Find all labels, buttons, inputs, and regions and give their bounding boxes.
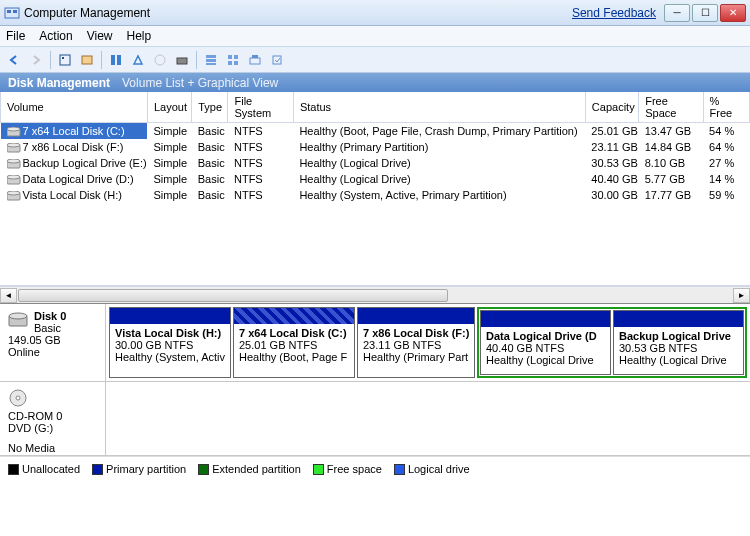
cell-layout: Simple — [147, 139, 191, 155]
close-button[interactable]: ✕ — [720, 4, 746, 22]
partition-bar — [358, 308, 474, 324]
cell-capacity: 25.01 GB — [585, 123, 638, 140]
toolbar-icon-7[interactable] — [201, 50, 221, 70]
partition-size: 25.01 GB NTFS — [239, 339, 349, 351]
volume-icon — [7, 159, 21, 169]
cell-volume: Vista Local Disk (H:) — [1, 187, 148, 203]
partition-size: 30.53 GB NTFS — [619, 342, 738, 354]
cell-fs: NTFS — [228, 155, 293, 171]
menu-action[interactable]: Action — [39, 29, 72, 43]
scroll-track[interactable] — [17, 288, 733, 303]
cdrom-row[interactable]: CD-ROM 0 DVD (G:) No Media — [0, 382, 750, 456]
col-type[interactable]: Type — [192, 92, 228, 123]
col-free[interactable]: Free Space — [639, 92, 703, 123]
table-row[interactable]: Backup Logical Drive (E:)SimpleBasicNTFS… — [1, 155, 750, 171]
partition-status: Healthy (Boot, Page F — [239, 351, 349, 363]
svg-rect-18 — [252, 55, 258, 58]
svg-rect-10 — [206, 55, 216, 58]
partition[interactable]: Vista Local Disk (H:)30.00 GB NTFSHealth… — [109, 307, 231, 378]
partition-status: Healthy (Logical Drive — [486, 354, 605, 366]
scroll-thumb[interactable] — [18, 289, 448, 302]
partition-bar — [614, 311, 743, 327]
cell-fs: NTFS — [228, 171, 293, 187]
partition-body: Backup Logical Drive30.53 GB NTFSHealthy… — [614, 327, 743, 374]
svg-rect-11 — [206, 59, 216, 62]
legend-freespace: Free space — [313, 463, 382, 475]
partition-status: Healthy (Logical Drive — [619, 354, 738, 366]
section-header: Disk Management Volume List + Graphical … — [0, 73, 750, 92]
svg-point-33 — [16, 396, 20, 400]
scroll-right-arrow[interactable]: ► — [733, 288, 750, 303]
disk-row-0[interactable]: Disk 0 Basic 149.05 GB Online Vista Loca… — [0, 304, 750, 382]
menu-view[interactable]: View — [87, 29, 113, 43]
svg-point-23 — [7, 143, 20, 147]
scroll-left-arrow[interactable]: ◄ — [0, 288, 17, 303]
cell-fs: NTFS — [228, 187, 293, 203]
partition[interactable]: 7 x64 Local Disk (C:)25.01 GB NTFSHealth… — [233, 307, 355, 378]
back-button[interactable] — [4, 50, 24, 70]
col-filesystem[interactable]: File System — [228, 92, 293, 123]
table-row[interactable]: 7 x86 Local Disk (F:)SimpleBasicNTFSHeal… — [1, 139, 750, 155]
cell-type: Basic — [192, 123, 228, 140]
svg-rect-16 — [234, 61, 238, 65]
minimize-button[interactable]: ─ — [664, 4, 690, 22]
legend-primary: Primary partition — [92, 463, 186, 475]
table-row[interactable]: 7 x64 Local Disk (C:)SimpleBasicNTFSHeal… — [1, 123, 750, 140]
partition-status: Healthy (System, Activ — [115, 351, 225, 363]
forward-button[interactable] — [26, 50, 46, 70]
toolbar-icon-1[interactable] — [55, 50, 75, 70]
partition[interactable]: Data Logical Drive (D40.40 GB NTFSHealth… — [480, 310, 611, 375]
legend-extended: Extended partition — [198, 463, 301, 475]
cell-fs: NTFS — [228, 139, 293, 155]
col-status[interactable]: Status — [293, 92, 585, 123]
partition[interactable]: 7 x86 Local Disk (F:)23.11 GB NTFSHealth… — [357, 307, 475, 378]
volume-table[interactable]: Volume Layout Type File System Status Ca… — [0, 92, 750, 203]
partition-body: 7 x86 Local Disk (F:)23.11 GB NTFSHealth… — [358, 324, 474, 377]
cell-layout: Simple — [147, 123, 191, 140]
volume-icon — [7, 191, 21, 201]
horizontal-scrollbar[interactable]: ◄ ► — [0, 286, 750, 303]
toolbar-icon-8[interactable] — [223, 50, 243, 70]
toolbar-icon-10[interactable] — [267, 50, 287, 70]
menu-help[interactable]: Help — [127, 29, 152, 43]
toolbar-icon-9[interactable] — [245, 50, 265, 70]
menubar: File Action View Help — [0, 26, 750, 47]
col-pct[interactable]: % Free — [703, 92, 749, 123]
partition-name: 7 x64 Local Disk (C:) — [239, 327, 349, 339]
col-volume[interactable]: Volume — [1, 92, 148, 123]
toolbar-icon-6[interactable] — [172, 50, 192, 70]
col-layout[interactable]: Layout — [147, 92, 191, 123]
maximize-button[interactable]: ☐ — [692, 4, 718, 22]
disk-icon — [8, 310, 28, 330]
refresh-icon[interactable] — [106, 50, 126, 70]
table-row[interactable]: Vista Local Disk (H:)SimpleBasicNTFSHeal… — [1, 187, 750, 203]
cell-pct: 27 % — [703, 155, 749, 171]
partition-body: Data Logical Drive (D40.40 GB NTFSHealth… — [481, 327, 610, 374]
svg-rect-12 — [206, 63, 216, 65]
svg-point-21 — [7, 127, 20, 131]
toolbar-icon-4[interactable] — [128, 50, 148, 70]
cell-pct: 14 % — [703, 171, 749, 187]
volume-list: Volume Layout Type File System Status Ca… — [0, 92, 750, 286]
partition-size: 40.40 GB NTFS — [486, 342, 605, 354]
cdrom-name: CD-ROM 0 — [8, 410, 97, 422]
cdrom-icon — [8, 388, 97, 410]
menu-file[interactable]: File — [6, 29, 25, 43]
partition-bar — [481, 311, 610, 327]
section-title: Disk Management — [8, 76, 110, 90]
toolbar-icon-2[interactable] — [77, 50, 97, 70]
table-row[interactable]: Data Logical Drive (D:)SimpleBasicNTFSHe… — [1, 171, 750, 187]
col-capacity[interactable]: Capacity — [585, 92, 638, 123]
cell-capacity: 40.40 GB — [585, 171, 638, 187]
cell-free: 8.10 GB — [639, 155, 703, 171]
partition[interactable]: Backup Logical Drive30.53 GB NTFSHealthy… — [613, 310, 744, 375]
cell-capacity: 23.11 GB — [585, 139, 638, 155]
partition-name: Vista Local Disk (H:) — [115, 327, 225, 339]
cell-capacity: 30.53 GB — [585, 155, 638, 171]
svg-rect-2 — [13, 10, 17, 13]
cell-layout: Simple — [147, 155, 191, 171]
svg-rect-17 — [250, 58, 260, 64]
send-feedback-link[interactable]: Send Feedback — [572, 6, 656, 20]
help-icon[interactable] — [150, 50, 170, 70]
partition-bar — [110, 308, 230, 324]
